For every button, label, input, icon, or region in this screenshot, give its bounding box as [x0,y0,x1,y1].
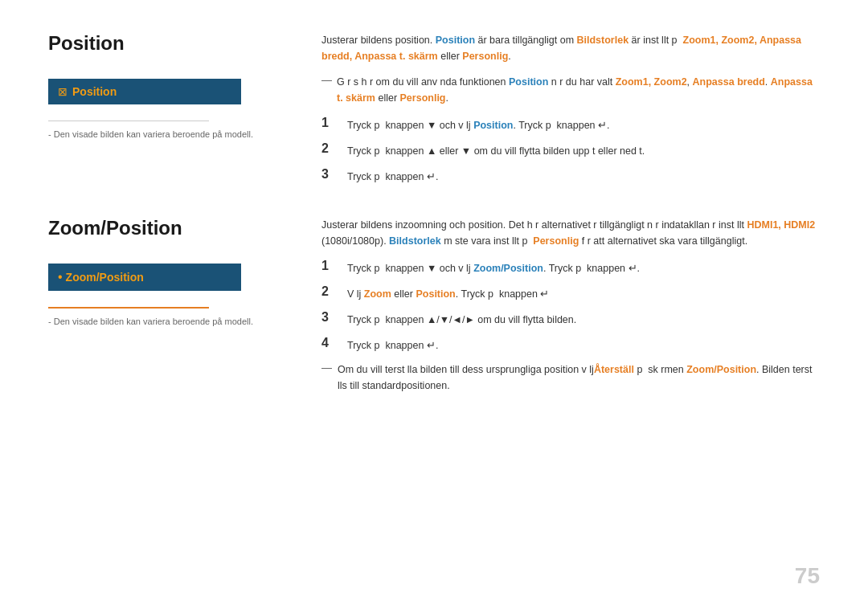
step-position-3: 3 Tryck p knappen ↵. [321,167,820,185]
step-position-2: 2 Tryck p knappen ▲ eller ▼ om du vill f… [321,141,820,159]
menu-label-zoom: Zoom/Position [66,271,144,284]
highlight-pos2: Position [509,76,548,88]
section-zoom-position: Zoom/Position • Zoom/Position - Den visa… [48,217,820,394]
step-zoom-4: 4 Tryck p knappen ↵. [321,336,820,353]
highlight-bildstorlek2: Bildstorlek [389,235,441,247]
highlight-personlig3: Personlig [533,235,579,247]
note-block-text-position: G r s h r om du vill anv nda funktionen … [337,74,820,106]
highlight-zoom-step1: Zoom/Position [473,263,543,274]
menu-label-position: Position [72,85,117,98]
orange-divider-zoom [48,307,209,309]
section-title-position: Position [48,32,281,55]
right-col-zoom: Justerar bildens inzoomning och position… [305,217,820,394]
highlight-position: Position [436,35,475,46]
note-zoom: - Den visade bilden kan variera beroende… [48,317,281,326]
highlight-anpassa1: Anpassa bredd [693,76,765,88]
note-block-position: — G r s h r om du vill anv nda funktione… [321,74,820,106]
menu-box-zoom: • Zoom/Position [48,264,241,291]
highlight-personlig2: Personlig [400,92,446,104]
left-col-zoom: Zoom/Position • Zoom/Position - Den visa… [48,217,305,394]
step-zoom-2: 2 V lj Zoom eller Position. Tryck p knap… [321,284,820,302]
description-position: Justerar bildens position. Position är b… [321,32,820,64]
divider-position [48,121,209,121]
section-position: Position ⊠ Position - Den visade bilden … [48,32,820,193]
steps-position: 1 Tryck p knappen ▼ och v lj Position. T… [321,116,820,185]
page-number: 75 [795,563,820,589]
highlight-zoom-position-restore: Zoom/Position [686,364,756,375]
highlight-position-step2b: Position [416,288,455,300]
highlight-personlig1: Personlig [462,51,508,62]
highlight-position-step1: Position [473,120,513,131]
highlight-aterstall: Återställ [594,364,634,375]
menu-dot-zoom: • [58,270,63,284]
menu-box-position: ⊠ Position [48,79,241,104]
step-zoom-3: 3 Tryck p knappen ▲/▼/◄/► om du vill fly… [321,310,820,328]
section-title-zoom: Zoom/Position [48,217,281,239]
description-zoom: Justerar bildens inzoomning och position… [321,217,820,249]
highlight-zoom2: Zoom1, Zoom2 [616,76,687,88]
page: Position ⊠ Position - Den visade bilden … [0,0,868,613]
step-position-1: 1 Tryck p knappen ▼ och v lj Position. T… [321,116,820,133]
right-col-position: Justerar bildens position. Position är b… [305,32,820,193]
step-zoom-1: 1 Tryck p knappen ▼ och v lj Zoom/Positi… [321,259,820,276]
indent-note-zoom: — Om du vill terst lla bilden till dess … [321,362,820,394]
highlight-zoom1: Zoom1, Zoom2, Anpassa bredd, Anpassa t. … [321,35,801,62]
left-col-position: Position ⊠ Position - Den visade bilden … [48,32,305,193]
note-position: - Den visade bilden kan variera beroende… [48,129,281,139]
steps-zoom: 1 Tryck p knappen ▼ och v lj Zoom/Positi… [321,259,820,353]
menu-icon-position: ⊠ [58,85,68,98]
highlight-zoom-step2a: Zoom [364,288,391,300]
highlight-hdmi: HDMI1, HDMI2 [747,219,815,231]
highlight-bildstorlek1: Bildstorlek [577,35,629,46]
